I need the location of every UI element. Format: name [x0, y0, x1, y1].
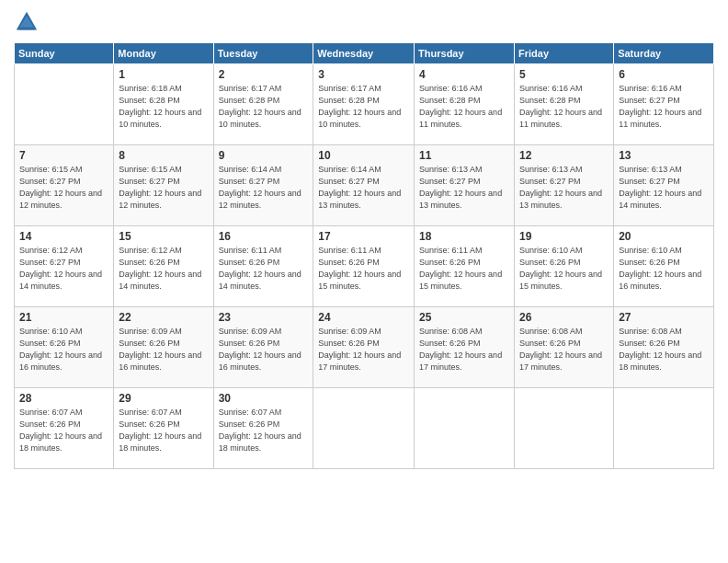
day-number: 23 [219, 311, 309, 324]
calendar-cell: 10Sunrise: 6:14 AMSunset: 6:27 PMDayligh… [313, 145, 415, 226]
calendar-cell: 15Sunrise: 6:12 AMSunset: 6:26 PMDayligh… [114, 226, 213, 307]
day-number: 5 [519, 68, 609, 81]
calendar-cell: 13Sunrise: 6:13 AMSunset: 6:27 PMDayligh… [614, 145, 714, 226]
day-number: 15 [119, 230, 208, 243]
calendar-cell: 3Sunrise: 6:17 AMSunset: 6:28 PMDaylight… [313, 64, 415, 145]
day-info: Sunrise: 6:14 AMSunset: 6:27 PMDaylight:… [318, 164, 409, 212]
calendar-cell: 27Sunrise: 6:08 AMSunset: 6:26 PMDayligh… [614, 307, 714, 388]
calendar-day-header: Tuesday [213, 43, 313, 64]
day-number: 27 [619, 311, 709, 324]
calendar-week-row: 7Sunrise: 6:15 AMSunset: 6:27 PMDaylight… [15, 145, 714, 226]
calendar-week-row: 21Sunrise: 6:10 AMSunset: 6:26 PMDayligh… [15, 307, 714, 388]
logo-icon [14, 9, 40, 35]
day-number: 12 [519, 149, 609, 162]
day-info: Sunrise: 6:08 AMSunset: 6:26 PMDaylight:… [519, 326, 609, 373]
day-info: Sunrise: 6:10 AMSunset: 6:26 PMDaylight:… [19, 326, 108, 373]
calendar-day-header: Sunday [15, 43, 114, 64]
calendar-cell [415, 388, 515, 469]
day-number: 29 [119, 392, 208, 405]
day-number: 16 [219, 230, 309, 243]
calendar-cell: 7Sunrise: 6:15 AMSunset: 6:27 PMDaylight… [15, 145, 114, 226]
day-number: 22 [119, 311, 208, 324]
calendar-cell: 6Sunrise: 6:16 AMSunset: 6:27 PMDaylight… [614, 64, 714, 145]
day-info: Sunrise: 6:13 AMSunset: 6:27 PMDaylight:… [419, 164, 509, 212]
calendar-week-row: 28Sunrise: 6:07 AMSunset: 6:26 PMDayligh… [15, 388, 714, 469]
calendar-cell: 14Sunrise: 6:12 AMSunset: 6:27 PMDayligh… [15, 226, 114, 307]
day-info: Sunrise: 6:11 AMSunset: 6:26 PMDaylight:… [419, 245, 509, 293]
calendar-day-header: Saturday [614, 43, 714, 64]
calendar-day-header: Friday [515, 43, 614, 64]
calendar-cell: 12Sunrise: 6:13 AMSunset: 6:27 PMDayligh… [515, 145, 614, 226]
calendar-cell: 5Sunrise: 6:16 AMSunset: 6:28 PMDaylight… [515, 64, 614, 145]
calendar-cell: 25Sunrise: 6:08 AMSunset: 6:26 PMDayligh… [415, 307, 515, 388]
day-number: 4 [419, 68, 509, 81]
day-number: 26 [519, 311, 609, 324]
calendar-cell: 21Sunrise: 6:10 AMSunset: 6:26 PMDayligh… [15, 307, 114, 388]
calendar-cell: 20Sunrise: 6:10 AMSunset: 6:26 PMDayligh… [614, 226, 714, 307]
day-info: Sunrise: 6:15 AMSunset: 6:27 PMDaylight:… [119, 164, 208, 212]
day-number: 8 [119, 149, 208, 162]
day-info: Sunrise: 6:11 AMSunset: 6:26 PMDaylight:… [318, 245, 409, 293]
day-info: Sunrise: 6:11 AMSunset: 6:26 PMDaylight:… [219, 245, 309, 293]
calendar-header-row: SundayMondayTuesdayWednesdayThursdayFrid… [15, 43, 714, 64]
day-info: Sunrise: 6:09 AMSunset: 6:26 PMDaylight:… [119, 326, 208, 373]
day-info: Sunrise: 6:07 AMSunset: 6:26 PMDaylight:… [119, 407, 208, 454]
day-info: Sunrise: 6:14 AMSunset: 6:27 PMDaylight:… [219, 164, 309, 212]
calendar-cell: 9Sunrise: 6:14 AMSunset: 6:27 PMDaylight… [213, 145, 313, 226]
calendar-week-row: 1Sunrise: 6:18 AMSunset: 6:28 PMDaylight… [15, 64, 714, 145]
calendar-cell: 18Sunrise: 6:11 AMSunset: 6:26 PMDayligh… [415, 226, 515, 307]
day-number: 14 [19, 230, 108, 243]
day-number: 9 [219, 149, 309, 162]
day-info: Sunrise: 6:15 AMSunset: 6:27 PMDaylight:… [19, 164, 108, 212]
day-info: Sunrise: 6:10 AMSunset: 6:26 PMDaylight:… [619, 245, 709, 293]
calendar-cell [614, 388, 714, 469]
calendar-cell: 8Sunrise: 6:15 AMSunset: 6:27 PMDaylight… [114, 145, 213, 226]
logo [14, 9, 43, 35]
day-info: Sunrise: 6:17 AMSunset: 6:28 PMDaylight:… [219, 83, 309, 131]
calendar-cell [15, 64, 114, 145]
day-number: 7 [19, 149, 108, 162]
day-info: Sunrise: 6:08 AMSunset: 6:26 PMDaylight:… [619, 326, 709, 373]
calendar-cell: 4Sunrise: 6:16 AMSunset: 6:28 PMDaylight… [415, 64, 515, 145]
day-number: 3 [318, 68, 409, 81]
day-info: Sunrise: 6:16 AMSunset: 6:28 PMDaylight:… [419, 83, 509, 131]
calendar-cell: 28Sunrise: 6:07 AMSunset: 6:26 PMDayligh… [15, 388, 114, 469]
calendar-cell: 16Sunrise: 6:11 AMSunset: 6:26 PMDayligh… [213, 226, 313, 307]
calendar-day-header: Wednesday [313, 43, 415, 64]
day-number: 19 [519, 230, 609, 243]
day-info: Sunrise: 6:09 AMSunset: 6:26 PMDaylight:… [318, 326, 409, 373]
calendar-cell: 19Sunrise: 6:10 AMSunset: 6:26 PMDayligh… [515, 226, 614, 307]
day-info: Sunrise: 6:17 AMSunset: 6:28 PMDaylight:… [318, 83, 409, 131]
day-number: 30 [219, 392, 309, 405]
day-number: 24 [318, 311, 409, 324]
day-info: Sunrise: 6:12 AMSunset: 6:26 PMDaylight:… [119, 245, 208, 293]
day-info: Sunrise: 6:08 AMSunset: 6:26 PMDaylight:… [419, 326, 509, 373]
day-number: 28 [19, 392, 108, 405]
day-number: 1 [119, 68, 208, 81]
day-number: 20 [619, 230, 709, 243]
day-number: 13 [619, 149, 709, 162]
day-number: 10 [318, 149, 409, 162]
page: SundayMondayTuesdayWednesdayThursdayFrid… [0, 0, 728, 563]
day-info: Sunrise: 6:09 AMSunset: 6:26 PMDaylight:… [219, 326, 309, 373]
day-info: Sunrise: 6:16 AMSunset: 6:28 PMDaylight:… [519, 83, 609, 131]
day-info: Sunrise: 6:18 AMSunset: 6:28 PMDaylight:… [119, 83, 208, 131]
calendar-cell: 22Sunrise: 6:09 AMSunset: 6:26 PMDayligh… [114, 307, 213, 388]
day-info: Sunrise: 6:07 AMSunset: 6:26 PMDaylight:… [19, 407, 108, 454]
calendar-cell: 26Sunrise: 6:08 AMSunset: 6:26 PMDayligh… [515, 307, 614, 388]
calendar-day-header: Thursday [415, 43, 515, 64]
calendar-table: SundayMondayTuesdayWednesdayThursdayFrid… [14, 42, 714, 469]
calendar-cell: 23Sunrise: 6:09 AMSunset: 6:26 PMDayligh… [213, 307, 313, 388]
day-number: 2 [219, 68, 309, 81]
calendar-cell: 17Sunrise: 6:11 AMSunset: 6:26 PMDayligh… [313, 226, 415, 307]
day-number: 25 [419, 311, 509, 324]
day-number: 17 [318, 230, 409, 243]
day-info: Sunrise: 6:12 AMSunset: 6:27 PMDaylight:… [19, 245, 108, 293]
calendar-week-row: 14Sunrise: 6:12 AMSunset: 6:27 PMDayligh… [15, 226, 714, 307]
calendar-cell: 24Sunrise: 6:09 AMSunset: 6:26 PMDayligh… [313, 307, 415, 388]
calendar-cell [313, 388, 415, 469]
day-number: 6 [619, 68, 709, 81]
calendar-cell: 29Sunrise: 6:07 AMSunset: 6:26 PMDayligh… [114, 388, 213, 469]
header [14, 9, 714, 35]
day-info: Sunrise: 6:10 AMSunset: 6:26 PMDaylight:… [519, 245, 609, 293]
